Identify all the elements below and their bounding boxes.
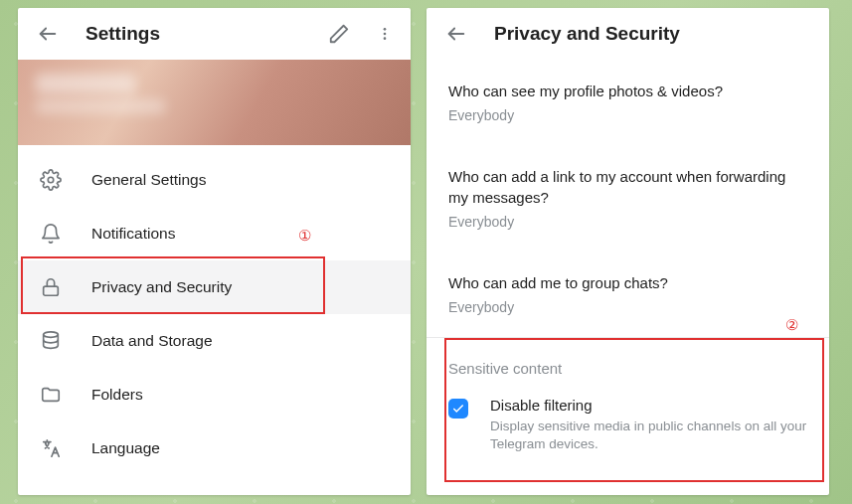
privacy-list: Who can see my profile photos & videos? … <box>426 60 829 337</box>
settings-header: Settings <box>18 8 411 60</box>
privacy-question: Who can see my profile photos & videos? <box>448 82 807 101</box>
edit-icon[interactable] <box>327 22 351 46</box>
svg-rect-5 <box>44 286 59 295</box>
privacy-item-forward[interactable]: Who can add a link to my account when fo… <box>448 145 807 252</box>
svg-point-6 <box>44 332 59 338</box>
menu-label: Folders <box>91 386 143 404</box>
annotation-number-1: ① <box>298 227 311 245</box>
privacy-question: Who can add me to group chats? <box>448 273 807 293</box>
settings-title: Settings <box>85 23 301 45</box>
settings-menu: General Settings Notifications Privacy a… <box>18 145 411 475</box>
section-sensitive: Sensitive content <box>426 338 829 381</box>
bell-icon <box>40 223 62 245</box>
back-icon[interactable] <box>36 22 60 46</box>
profile-banner[interactable] <box>18 60 411 145</box>
lock-icon <box>40 276 62 298</box>
privacy-title: Privacy and Security <box>494 23 811 45</box>
svg-point-3 <box>384 37 387 40</box>
menu-item-notifications[interactable]: Notifications <box>18 207 411 260</box>
svg-point-2 <box>384 33 387 36</box>
privacy-panel: Privacy and Security Who can see my prof… <box>426 8 829 495</box>
privacy-value: Everybody <box>448 214 807 230</box>
privacy-item-photos[interactable]: Who can see my profile photos & videos? … <box>448 60 807 145</box>
svg-point-1 <box>384 28 387 31</box>
menu-label: Privacy and Security <box>91 278 232 296</box>
checkbox-checked-icon[interactable] <box>448 399 468 419</box>
privacy-item-groups[interactable]: Who can add me to group chats? Everybody <box>448 252 807 337</box>
privacy-header: Privacy and Security <box>426 8 829 60</box>
menu-label: General Settings <box>91 171 206 189</box>
check-text: Disable filtering Display sensitive medi… <box>490 397 807 453</box>
menu-label: Language <box>91 439 160 457</box>
privacy-value: Everybody <box>448 107 807 123</box>
menu-item-language[interactable]: Language <box>18 421 411 475</box>
menu-item-data[interactable]: Data and Storage <box>18 314 411 368</box>
privacy-question: Who can add a link to my account when fo… <box>448 167 807 208</box>
check-title: Disable filtering <box>490 397 807 414</box>
menu-label: Notifications <box>91 225 175 243</box>
menu-label: Data and Storage <box>91 332 213 350</box>
annotation-number-2: ② <box>785 316 798 334</box>
menu-item-general[interactable]: General Settings <box>18 153 411 207</box>
menu-item-folders[interactable]: Folders <box>18 368 411 421</box>
folder-icon <box>40 384 62 406</box>
disable-filtering-row[interactable]: Disable filtering Display sensitive medi… <box>426 381 829 465</box>
database-icon <box>40 330 62 352</box>
privacy-value: Everybody <box>448 299 807 315</box>
back-icon[interactable] <box>444 22 468 46</box>
check-desc: Display sensitive media in public channe… <box>490 418 807 453</box>
gear-icon <box>40 169 62 191</box>
menu-item-privacy[interactable]: Privacy and Security <box>18 260 411 314</box>
svg-point-4 <box>48 177 54 183</box>
settings-panel: Settings General Settings Notifications <box>18 8 411 495</box>
language-icon <box>40 437 62 459</box>
more-icon[interactable] <box>377 22 393 46</box>
